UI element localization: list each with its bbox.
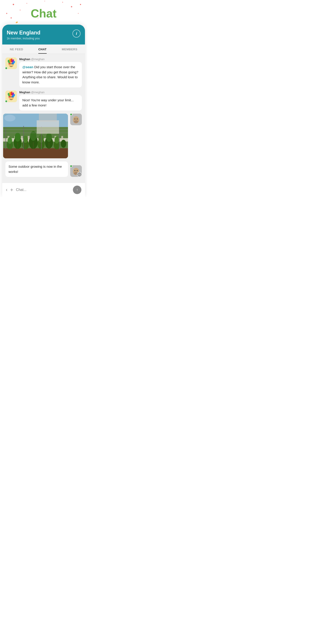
svg-rect-68 <box>25 144 26 149</box>
group-info: New England 1k member, including you <box>7 30 40 40</box>
svg-point-64 <box>54 136 59 144</box>
svg-point-84 <box>74 168 78 172</box>
svg-rect-79 <box>39 114 57 122</box>
online-indicator <box>5 67 8 70</box>
message-bubble: Nice! You're way under your limit... add… <box>19 95 82 110</box>
svg-rect-16 <box>11 64 12 64</box>
page-title: Chat <box>0 0 87 24</box>
svg-rect-67 <box>17 143 18 149</box>
tab-ne-feed[interactable]: NE FEED <box>10 48 23 54</box>
back-button[interactable]: ‹ <box>6 187 8 193</box>
svg-rect-26 <box>11 96 12 97</box>
send-icon: ↑ <box>76 188 78 192</box>
message-bubble: @sean Did you start those over the winte… <box>19 62 82 88</box>
svg-rect-71 <box>48 143 50 149</box>
avatar-wrap <box>5 90 17 102</box>
message-row: Meghan @meghan Nice! You're way under yo… <box>5 90 82 110</box>
online-indicator <box>70 113 72 116</box>
online-indicator <box>70 165 72 168</box>
svg-point-58 <box>30 131 36 141</box>
svg-rect-66 <box>10 145 10 149</box>
message-content: Meghan @meghan @sean Did you start those… <box>19 58 82 88</box>
avatar-wrap <box>70 114 82 125</box>
message-bubble: Some outdoor growing is now in the works… <box>5 162 68 177</box>
svg-point-54 <box>15 132 20 142</box>
group-header: New England 1k member, including you i <box>2 24 85 44</box>
chat-input[interactable] <box>16 188 70 192</box>
avatar-wrap <box>5 58 17 69</box>
message-row <box>5 114 82 158</box>
input-bar: ‹ + ↑ <box>2 183 85 197</box>
svg-point-34 <box>74 116 78 120</box>
svg-point-35 <box>74 120 78 123</box>
svg-point-81 <box>4 115 16 122</box>
svg-rect-75 <box>59 127 60 149</box>
chat-area: Meghan @meghan @sean Did you start those… <box>2 54 85 183</box>
svg-point-86 <box>74 170 75 171</box>
svg-point-62 <box>46 133 52 142</box>
message-content: Meghan @meghan Nice! You're way under yo… <box>19 90 82 110</box>
tabs-bar: NE FEED CHAT MEMBERS <box>2 44 85 54</box>
message-row: Meghan @meghan @sean Did you start those… <box>5 58 82 88</box>
svg-rect-69 <box>33 142 34 149</box>
send-button[interactable]: ↑ <box>73 186 82 194</box>
info-button[interactable]: i <box>72 30 80 38</box>
sender-label: Meghan @meghan <box>19 58 82 61</box>
svg-point-87 <box>77 170 78 171</box>
svg-rect-50 <box>3 148 68 158</box>
group-members: 1k member, including you <box>7 37 40 40</box>
image-message-content <box>3 114 68 158</box>
svg-point-52 <box>8 137 12 144</box>
svg-point-37 <box>77 118 78 120</box>
avatar-wrap: 11 <box>70 165 82 177</box>
sender-label: Meghan @meghan <box>19 90 82 94</box>
svg-point-36 <box>74 118 75 120</box>
avatar-counter: 11 <box>77 172 82 177</box>
add-attachment-button[interactable]: + <box>10 187 13 193</box>
image-message-bubble <box>3 114 68 158</box>
svg-rect-72 <box>5 127 6 149</box>
svg-point-65 <box>61 140 66 148</box>
tab-chat[interactable]: CHAT <box>38 48 46 54</box>
svg-rect-78 <box>37 120 59 134</box>
message-row: 11 Some outdoor growing is now in the wo… <box>5 162 82 179</box>
group-name: New England <box>7 30 40 36</box>
tab-members[interactable]: MEMBERS <box>62 48 77 54</box>
online-indicator <box>5 100 8 103</box>
phone-frame: New England 1k member, including you i N… <box>2 24 85 197</box>
